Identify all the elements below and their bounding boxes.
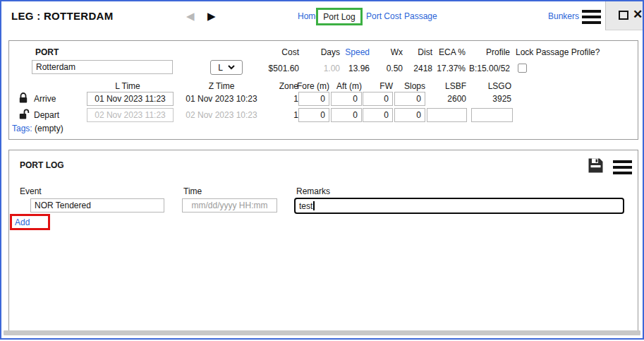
lock-passage-profile-checkbox[interactable] [518,64,527,73]
horizontal-scrollbar[interactable] [4,330,640,335]
nav-link-passage[interactable]: Passage [404,11,437,21]
eca-value: 17.37% [416,64,466,73]
eca-header: ECA % [416,47,466,57]
depart-lsbf-input[interactable] [427,108,467,122]
tags-value: (empty) [35,124,63,133]
remarks-label: Remarks [296,186,330,196]
port-section-label: PORT [35,47,59,57]
port-name-input[interactable] [32,60,173,74]
slops-header: Slops [386,81,425,91]
arrive-slops-input[interactable] [394,92,425,106]
lock-passage-profile-header: Lock Passage Profile? [516,47,600,57]
back-arrow-button[interactable]: ◀ [186,11,195,21]
depart-fw-input[interactable] [363,108,393,122]
time-label: Time [183,186,202,196]
time-input[interactable] [182,198,277,213]
line-select[interactable]: L [210,60,243,75]
depart-aft-input[interactable] [331,108,362,122]
text-cursor [313,201,315,210]
page-title: LEG : ROTTERDAM [11,10,114,22]
lock-open-icon [18,109,30,120]
depart-lsgo-input[interactable] [471,108,513,122]
chevron-down-icon [228,65,235,70]
arrive-label: Arrive [34,94,56,104]
window-controls: ✕ [605,1,644,30]
nav-link-port-log[interactable]: Port Log [323,12,355,22]
remarks-value: test [299,201,312,211]
add-link[interactable]: Add [15,217,30,227]
depart-fore-input[interactable] [298,108,329,122]
profile-header: Profile [461,47,510,57]
depart-ztime-value: 02 Nov 2023 10:23 [182,110,261,120]
line-select-value: L [218,63,223,73]
depart-ltime-input[interactable] [87,108,174,122]
nav-link-bunkers[interactable]: Bunkers [548,11,579,21]
arrive-lsgo-value: 3925 [470,94,511,104]
depart-zone-value: 1 [267,110,298,120]
annotation-green-box: Port Log [316,8,363,25]
event-input[interactable] [30,198,164,213]
leg-window: LEG : ROTTERDAM ◀ ▶ Home Port Log Port C… [0,0,644,340]
ltime-header: L Time [76,81,179,91]
arrive-aft-input[interactable] [331,92,362,106]
hamburger-icon [613,160,632,163]
save-icon [588,157,604,174]
port-panel: PORT L Cost Days Speed Wx Dist ECA % Pro… [8,40,638,140]
lock-closed-icon [18,92,28,104]
arrive-fore-input[interactable] [298,92,329,106]
lsbf-header: LSBF [425,81,466,91]
depart-label: Depart [34,110,59,120]
port-log-panel: PORT LOG Event Time Remarks test Add [8,150,638,331]
close-button[interactable]: ✕ [633,7,643,22]
ztime-header: Z Time [182,81,261,91]
remarks-input[interactable]: test [294,198,624,214]
profile-value: B:15.00/52 [461,64,510,73]
maximize-button[interactable] [619,11,628,20]
depart-slops-input[interactable] [394,108,425,122]
port-log-section-label: PORT LOG [20,160,64,170]
annotation-red-box: Add [10,214,50,230]
menu-button[interactable] [582,10,601,24]
lsgo-header: LSGO [470,81,511,91]
port-log-menu-button[interactable] [613,160,632,174]
arrive-fw-input[interactable] [363,92,393,106]
hamburger-icon [582,10,601,13]
tags-link[interactable]: Tags: [12,124,32,133]
save-button[interactable] [588,157,604,174]
event-label: Event [20,186,42,196]
arrive-ztime-value: 01 Nov 2023 10:23 [182,94,261,104]
arrive-zone-value: 1 [267,94,298,104]
forward-arrow-button[interactable]: ▶ [207,11,216,21]
nav-link-port-cost[interactable]: Port Cost [366,11,401,21]
arrive-lsbf-value: 2600 [425,94,466,104]
arrive-ltime-input[interactable] [87,92,174,106]
